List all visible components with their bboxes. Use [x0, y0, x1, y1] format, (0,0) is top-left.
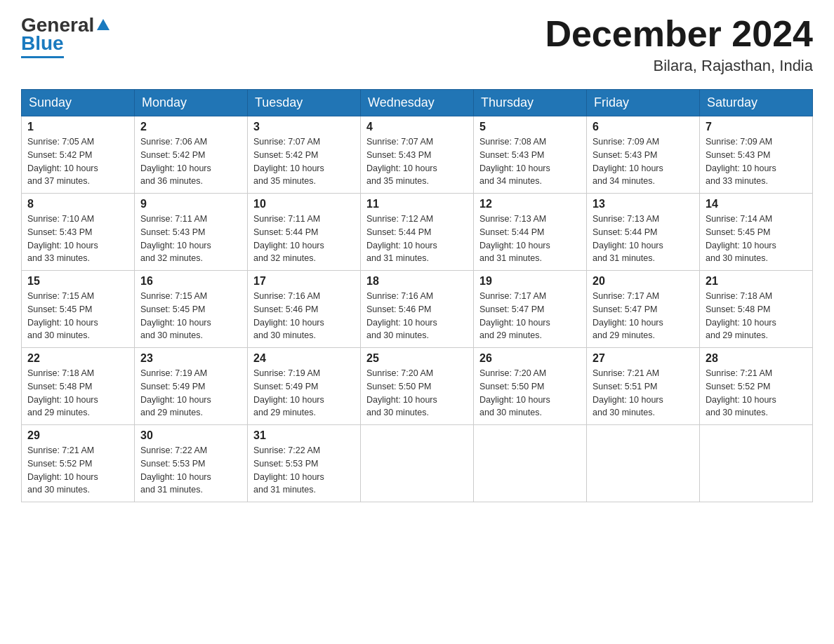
weekday-header-sunday: Sunday [22, 90, 135, 116]
day-number: 21 [706, 275, 807, 288]
day-info: Sunrise: 7:06 AM Sunset: 5:42 PM Dayligh… [140, 135, 241, 188]
calendar-cell [587, 425, 700, 502]
weekday-header-monday: Monday [135, 90, 248, 116]
day-info: Sunrise: 7:18 AM Sunset: 5:48 PM Dayligh… [706, 290, 807, 342]
calendar-cell: 11 Sunrise: 7:12 AM Sunset: 5:44 PM Dayl… [361, 194, 474, 271]
svg-marker-0 [97, 19, 110, 30]
calendar-week-1: 1 Sunrise: 7:05 AM Sunset: 5:42 PM Dayli… [22, 116, 813, 194]
day-number: 22 [27, 352, 128, 365]
day-info: Sunrise: 7:05 AM Sunset: 5:42 PM Dayligh… [27, 135, 128, 188]
logo-blue-text: Blue [21, 32, 64, 58]
calendar-cell [361, 425, 474, 502]
day-number: 6 [593, 121, 694, 133]
day-number: 31 [253, 429, 355, 442]
calendar-cell [474, 425, 587, 502]
calendar-cell: 19 Sunrise: 7:17 AM Sunset: 5:47 PM Dayl… [474, 271, 587, 348]
day-info: Sunrise: 7:17 AM Sunset: 5:47 PM Dayligh… [479, 290, 581, 342]
weekday-header-thursday: Thursday [474, 90, 587, 116]
calendar-table: SundayMondayTuesdayWednesdayThursdayFrid… [21, 89, 813, 502]
day-number: 7 [706, 121, 807, 133]
day-info: Sunrise: 7:18 AM Sunset: 5:48 PM Dayligh… [27, 367, 128, 420]
day-info: Sunrise: 7:16 AM Sunset: 5:46 PM Dayligh… [253, 290, 355, 342]
page-header: General Blue December 2024 Bilara, Rajas… [21, 14, 813, 75]
calendar-cell: 1 Sunrise: 7:05 AM Sunset: 5:42 PM Dayli… [22, 116, 135, 194]
calendar-cell: 31 Sunrise: 7:22 AM Sunset: 5:53 PM Dayl… [248, 425, 361, 502]
day-number: 27 [593, 352, 694, 365]
day-number: 23 [140, 352, 241, 365]
calendar-cell: 2 Sunrise: 7:06 AM Sunset: 5:42 PM Dayli… [135, 116, 248, 194]
day-info: Sunrise: 7:22 AM Sunset: 5:53 PM Dayligh… [253, 444, 355, 497]
location: Bilara, Rajasthan, India [545, 57, 813, 75]
logo: General Blue [21, 14, 111, 58]
day-info: Sunrise: 7:07 AM Sunset: 5:43 PM Dayligh… [366, 135, 468, 188]
title-section: December 2024 Bilara, Rajasthan, India [545, 14, 813, 75]
day-number: 9 [140, 198, 241, 210]
calendar-cell: 23 Sunrise: 7:19 AM Sunset: 5:49 PM Dayl… [135, 348, 248, 425]
calendar-cell: 10 Sunrise: 7:11 AM Sunset: 5:44 PM Dayl… [248, 194, 361, 271]
day-info: Sunrise: 7:08 AM Sunset: 5:43 PM Dayligh… [479, 135, 581, 188]
day-number: 28 [706, 352, 807, 365]
day-info: Sunrise: 7:21 AM Sunset: 5:52 PM Dayligh… [706, 367, 807, 420]
day-number: 5 [479, 121, 581, 133]
day-info: Sunrise: 7:20 AM Sunset: 5:50 PM Dayligh… [366, 367, 468, 420]
day-info: Sunrise: 7:13 AM Sunset: 5:44 PM Dayligh… [593, 213, 694, 265]
calendar-cell: 9 Sunrise: 7:11 AM Sunset: 5:43 PM Dayli… [135, 194, 248, 271]
calendar-cell: 15 Sunrise: 7:15 AM Sunset: 5:45 PM Dayl… [22, 271, 135, 348]
day-number: 16 [140, 275, 241, 288]
calendar-cell: 18 Sunrise: 7:16 AM Sunset: 5:46 PM Dayl… [361, 271, 474, 348]
calendar-cell: 20 Sunrise: 7:17 AM Sunset: 5:47 PM Dayl… [587, 271, 700, 348]
day-number: 12 [479, 198, 581, 210]
day-number: 4 [366, 121, 468, 133]
day-number: 17 [253, 275, 355, 288]
weekday-header-friday: Friday [587, 90, 700, 116]
calendar-cell: 30 Sunrise: 7:22 AM Sunset: 5:53 PM Dayl… [135, 425, 248, 502]
day-info: Sunrise: 7:15 AM Sunset: 5:45 PM Dayligh… [140, 290, 241, 342]
day-info: Sunrise: 7:09 AM Sunset: 5:43 PM Dayligh… [593, 135, 694, 188]
calendar-cell: 22 Sunrise: 7:18 AM Sunset: 5:48 PM Dayl… [22, 348, 135, 425]
day-number: 3 [253, 121, 355, 133]
day-number: 30 [140, 429, 241, 442]
calendar-cell: 25 Sunrise: 7:20 AM Sunset: 5:50 PM Dayl… [361, 348, 474, 425]
day-info: Sunrise: 7:07 AM Sunset: 5:42 PM Dayligh… [253, 135, 355, 188]
calendar-week-3: 15 Sunrise: 7:15 AM Sunset: 5:45 PM Dayl… [22, 271, 813, 348]
day-number: 10 [253, 198, 355, 210]
calendar-week-2: 8 Sunrise: 7:10 AM Sunset: 5:43 PM Dayli… [22, 194, 813, 271]
day-number: 24 [253, 352, 355, 365]
calendar-cell: 27 Sunrise: 7:21 AM Sunset: 5:51 PM Dayl… [587, 348, 700, 425]
day-number: 20 [593, 275, 694, 288]
day-info: Sunrise: 7:22 AM Sunset: 5:53 PM Dayligh… [140, 444, 241, 497]
day-info: Sunrise: 7:14 AM Sunset: 5:45 PM Dayligh… [706, 213, 807, 265]
calendar-cell: 13 Sunrise: 7:13 AM Sunset: 5:44 PM Dayl… [587, 194, 700, 271]
weekday-header-wednesday: Wednesday [361, 90, 474, 116]
day-number: 29 [27, 429, 128, 442]
weekday-header-saturday: Saturday [700, 90, 813, 116]
calendar-cell: 29 Sunrise: 7:21 AM Sunset: 5:52 PM Dayl… [22, 425, 135, 502]
calendar-cell: 8 Sunrise: 7:10 AM Sunset: 5:43 PM Dayli… [22, 194, 135, 271]
day-info: Sunrise: 7:16 AM Sunset: 5:46 PM Dayligh… [366, 290, 468, 342]
month-title: December 2024 [545, 14, 813, 54]
day-number: 11 [366, 198, 468, 210]
day-info: Sunrise: 7:20 AM Sunset: 5:50 PM Dayligh… [479, 367, 581, 420]
calendar-cell: 7 Sunrise: 7:09 AM Sunset: 5:43 PM Dayli… [700, 116, 813, 194]
calendar-cell: 6 Sunrise: 7:09 AM Sunset: 5:43 PM Dayli… [587, 116, 700, 194]
day-number: 8 [27, 198, 128, 210]
day-info: Sunrise: 7:09 AM Sunset: 5:43 PM Dayligh… [706, 135, 807, 188]
day-info: Sunrise: 7:12 AM Sunset: 5:44 PM Dayligh… [366, 213, 468, 265]
day-info: Sunrise: 7:17 AM Sunset: 5:47 PM Dayligh… [593, 290, 694, 342]
day-info: Sunrise: 7:11 AM Sunset: 5:44 PM Dayligh… [253, 213, 355, 265]
calendar-week-5: 29 Sunrise: 7:21 AM Sunset: 5:52 PM Dayl… [22, 425, 813, 502]
calendar-cell: 16 Sunrise: 7:15 AM Sunset: 5:45 PM Dayl… [135, 271, 248, 348]
day-info: Sunrise: 7:10 AM Sunset: 5:43 PM Dayligh… [27, 213, 128, 265]
calendar-cell: 5 Sunrise: 7:08 AM Sunset: 5:43 PM Dayli… [474, 116, 587, 194]
day-info: Sunrise: 7:21 AM Sunset: 5:52 PM Dayligh… [27, 444, 128, 497]
day-number: 15 [27, 275, 128, 288]
weekday-header-tuesday: Tuesday [248, 90, 361, 116]
day-info: Sunrise: 7:11 AM Sunset: 5:43 PM Dayligh… [140, 213, 241, 265]
day-info: Sunrise: 7:19 AM Sunset: 5:49 PM Dayligh… [140, 367, 241, 420]
calendar-cell [700, 425, 813, 502]
day-number: 1 [27, 121, 128, 133]
day-info: Sunrise: 7:15 AM Sunset: 5:45 PM Dayligh… [27, 290, 128, 342]
calendar-cell: 26 Sunrise: 7:20 AM Sunset: 5:50 PM Dayl… [474, 348, 587, 425]
calendar-cell: 4 Sunrise: 7:07 AM Sunset: 5:43 PM Dayli… [361, 116, 474, 194]
day-info: Sunrise: 7:19 AM Sunset: 5:49 PM Dayligh… [253, 367, 355, 420]
